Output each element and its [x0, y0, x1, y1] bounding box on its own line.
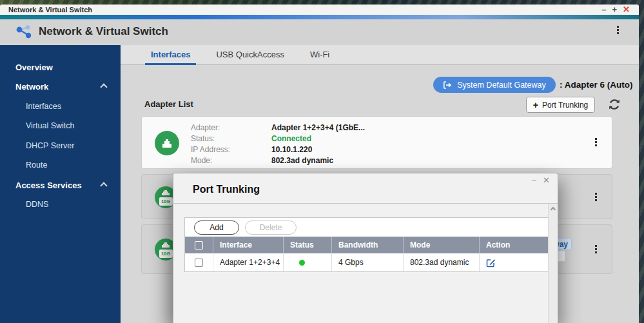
field-label: Mode: [191, 156, 271, 165]
col-status: Status [284, 237, 332, 253]
refresh-icon[interactable] [607, 97, 621, 112]
port-trunking-button[interactable]: + Port Trunking [526, 97, 595, 113]
col-mode: Mode [404, 237, 480, 253]
select-all-checkbox[interactable] [195, 241, 203, 250]
gateway-icon [443, 81, 452, 90]
chevron-up-icon [100, 182, 107, 189]
scroll-up-icon[interactable] [551, 207, 556, 212]
ip-address-value: 10.10.1.220 [271, 145, 312, 154]
maximize-button[interactable]: + [612, 5, 618, 14]
sidebar-item-route[interactable]: Route [0, 157, 121, 173]
dialog-minimize-icon[interactable]: – [532, 176, 536, 185]
trunk-toolbar: Add Delete [185, 218, 548, 237]
dialog-close-icon[interactable]: ✕ [543, 176, 550, 185]
table-header-row: Interface Status Bandwidth Mode Action [185, 237, 548, 253]
sidebar-item-overview[interactable]: Overview [0, 59, 121, 75]
card-menu-kebab-icon[interactable] [595, 193, 598, 201]
tab-bar: Interfaces USB QuickAccess Wi-Fi [121, 45, 639, 65]
window-title: Network & Virtual Switch [0, 6, 92, 14]
row-mode: 802.3ad dynamic [404, 253, 480, 271]
table-row: Adapter 1+2+3+4 4 Gbps 802.3ad dynamic [185, 253, 548, 271]
gateway-button-label: System Default Gateway [457, 81, 546, 90]
gradient-accent-bar [0, 15, 639, 19]
tab-interfaces[interactable]: Interfaces [145, 45, 196, 65]
field-label: Adapter: [191, 123, 271, 132]
port-trunking-dialog: Port Trunking – ✕ Add Delete Interface S… [173, 173, 558, 323]
network-app-icon [15, 24, 32, 40]
sidebar-item-virtual-switch[interactable]: Virtual Switch [0, 118, 121, 133]
trunk-table-panel: Add Delete Interface Status Bandwidth Mo… [184, 217, 549, 272]
gateway-value: : Adapter 6 (Auto) [560, 77, 633, 93]
dialog-header[interactable]: Port Trunking – ✕ [173, 173, 558, 204]
dialog-scrollbar[interactable] [548, 204, 558, 323]
tab-usb-quickaccess[interactable]: USB QuickAccess [210, 45, 289, 65]
card-menu-kebab-icon[interactable] [595, 245, 598, 253]
plus-icon: + [533, 101, 538, 109]
sidebar-item-dhcp-server[interactable]: DHCP Server [0, 138, 121, 153]
row-interface: Adapter 1+2+3+4 [213, 253, 284, 271]
dialog-title: Port Trunking [193, 184, 260, 195]
tab-wifi[interactable]: Wi-Fi [304, 45, 335, 65]
card-menu-kebab-icon[interactable] [595, 138, 598, 146]
close-button[interactable]: ✕ [623, 5, 630, 14]
adapter-card-1: Adapter:Adapter 1+2+3+4 (1GbE... Status:… [141, 116, 612, 169]
adapter-name-value: Adapter 1+2+3+4 (1GbE... [271, 123, 365, 132]
ethernet-port-icon [155, 131, 179, 155]
field-label: Status: [191, 134, 271, 143]
app-menu-kebab-icon[interactable] [617, 26, 620, 34]
sidebar-item-network[interactable]: Network [0, 79, 121, 94]
window-controls: – + ✕ [601, 5, 639, 14]
adapter-fields: Adapter:Adapter 1+2+3+4 (1GbE... Status:… [191, 122, 365, 166]
minimize-button[interactable]: – [601, 5, 606, 14]
system-default-gateway-button[interactable]: System Default Gateway [433, 77, 556, 93]
status-connected-dot [299, 260, 305, 266]
mode-value: 802.3ad dynamic [271, 156, 333, 165]
col-bandwidth: Bandwidth [332, 237, 404, 253]
add-button[interactable]: Add [194, 220, 239, 235]
status-value: Connected [271, 134, 311, 143]
app-title: Network & Virtual Switch [39, 25, 168, 38]
chevron-up-icon [100, 83, 107, 90]
sidebar-item-access-services[interactable]: Access Services [0, 177, 121, 193]
col-interface: Interface [213, 237, 284, 253]
delete-button[interactable]: Delete [245, 220, 297, 235]
sidebar: Overview Network Interfaces Virtual Swit… [0, 45, 121, 323]
10g-label: 10G [159, 250, 173, 258]
adapter-list-title: Adapter List [144, 99, 193, 109]
edit-icon[interactable] [486, 258, 496, 268]
row-bandwidth: 4 Gbps [332, 253, 404, 271]
sidebar-item-ddns[interactable]: DDNS [0, 197, 121, 212]
col-action: Action [480, 237, 548, 253]
10g-label: 10G [159, 197, 173, 206]
sidebar-item-interfaces[interactable]: Interfaces [0, 99, 121, 114]
row-checkbox[interactable] [195, 259, 203, 267]
field-label: IP Address: [191, 145, 271, 154]
window-titlebar[interactable]: Network & Virtual Switch – + ✕ [0, 5, 639, 15]
